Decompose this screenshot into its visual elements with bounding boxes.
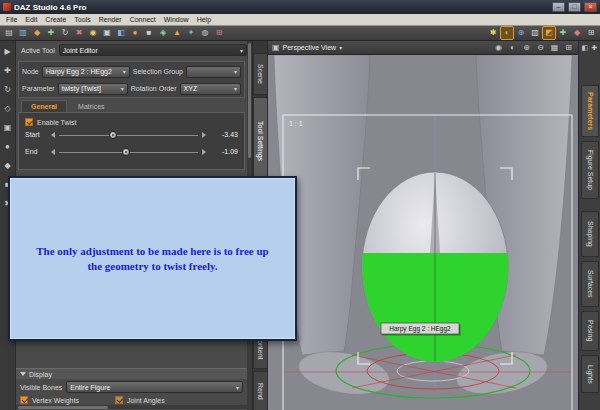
menu-item-tools[interactable]: Tools bbox=[70, 14, 94, 26]
toolbar-icon[interactable]: ▥ bbox=[17, 27, 29, 39]
menu-item-render[interactable]: Render bbox=[95, 14, 126, 26]
instruction-callout: The only adjustment to be made here is t… bbox=[8, 176, 297, 341]
toolbar-icon[interactable]: ✱ bbox=[487, 27, 499, 39]
selection-group-select[interactable]: ▾ bbox=[186, 66, 241, 78]
toolbar-icon[interactable]: ◍ bbox=[199, 27, 211, 39]
dock-add-icon[interactable]: ✚ bbox=[591, 44, 597, 52]
toolbar-icon[interactable]: ⊞ bbox=[585, 27, 597, 39]
strip-tool-icon[interactable]: ↻ bbox=[2, 84, 13, 95]
dock-options-icon[interactable]: ◧ bbox=[582, 44, 589, 52]
menu-item-connect[interactable]: Connect bbox=[126, 14, 160, 26]
enable-twist-checkbox[interactable] bbox=[25, 118, 33, 126]
toolbar-icon[interactable]: ■ bbox=[143, 27, 155, 39]
joint-angles-label: Joint Angles bbox=[127, 397, 165, 404]
visible-bones-row: Visible Bones Entire Figure ▾ bbox=[16, 381, 247, 393]
slider-decrement-icon[interactable] bbox=[51, 149, 55, 155]
slider-increment-icon[interactable] bbox=[202, 132, 206, 138]
toolbar-icon[interactable]: ▧ bbox=[529, 27, 541, 39]
tab-lights[interactable]: Lights bbox=[581, 355, 599, 393]
minimize-button[interactable]: – bbox=[552, 2, 565, 12]
start-slider-value: -3.43 bbox=[210, 131, 238, 138]
slider-decrement-icon[interactable] bbox=[51, 132, 55, 138]
toolbar-icon[interactable]: ↻ bbox=[59, 27, 71, 39]
toolbar-icon[interactable]: ▤ bbox=[3, 27, 15, 39]
visible-bones-select[interactable]: Entire Figure ▾ bbox=[66, 381, 243, 393]
chevron-down-icon[interactable]: ▾ bbox=[339, 44, 342, 51]
scrollbar-thumb[interactable] bbox=[18, 406, 108, 409]
view-selector[interactable]: Perspective View bbox=[283, 44, 337, 51]
parameter-label: Parameter bbox=[22, 85, 55, 92]
toolbar-icon[interactable]: ✦ bbox=[185, 27, 197, 39]
strip-tool-icon[interactable]: ✚ bbox=[2, 65, 13, 76]
viewport-zoom-out-icon[interactable]: ⊖ bbox=[535, 43, 546, 52]
strip-tool-icon[interactable]: ● bbox=[2, 141, 13, 152]
toolbar-icon[interactable]: ✖ bbox=[73, 27, 85, 39]
toolbar-icon[interactable]: ◧ bbox=[115, 27, 127, 39]
maximize-button[interactable]: □ bbox=[568, 2, 581, 12]
strip-tool-icon[interactable]: ▣ bbox=[2, 122, 13, 133]
tab-figure-setup[interactable]: Figure Setup bbox=[581, 141, 599, 199]
end-slider-knob[interactable] bbox=[122, 148, 130, 156]
scrollbar-thumb[interactable] bbox=[248, 43, 251, 158]
strip-tool-icon[interactable]: ◆ bbox=[2, 160, 13, 171]
titlebar: DAZ Studio 4.6 Pro – □ × bbox=[0, 0, 600, 14]
tab-general[interactable]: General bbox=[21, 100, 67, 112]
toolbar-icon[interactable]: ◆ bbox=[571, 27, 583, 39]
menu-item-file[interactable]: File bbox=[2, 14, 21, 26]
tab-scene[interactable]: Scene bbox=[253, 53, 268, 95]
tab-shaping[interactable]: Shaping bbox=[581, 211, 599, 257]
toolbar-icon[interactable]: ▣ bbox=[101, 27, 113, 39]
toolbar-icon[interactable]: ✚ bbox=[557, 27, 569, 39]
menu-item-window[interactable]: Window bbox=[160, 14, 193, 26]
strip-tool-icon[interactable]: ▶ bbox=[2, 46, 13, 57]
aspect-ratio-label: 1 : 1 bbox=[289, 120, 303, 127]
viewport-grid-icon[interactable]: ▦ bbox=[549, 43, 560, 52]
node-select[interactable]: Harpy Egg 2 : HEgg2 ▾ bbox=[42, 66, 130, 78]
rotation-order-select[interactable]: XYZ ▾ bbox=[180, 83, 241, 95]
start-slider[interactable] bbox=[59, 130, 198, 140]
menu-item-create[interactable]: Create bbox=[41, 14, 70, 26]
start-slider-knob[interactable] bbox=[109, 131, 117, 139]
toolbar-icon[interactable]: ◆ bbox=[31, 27, 43, 39]
viewport-canvas[interactable]: 1 : 1 Harpy Egg 2 : HEgg2 bbox=[268, 55, 578, 410]
viewport-orbit-icon[interactable]: ◉ bbox=[493, 43, 504, 52]
toolbar-icon-active-mode[interactable]: ◩ bbox=[543, 27, 555, 39]
tab-tool-settings[interactable]: Tool Settings bbox=[253, 97, 268, 185]
menu-item-edit[interactable]: Edit bbox=[21, 14, 41, 26]
chevron-down-icon: ▾ bbox=[232, 68, 237, 75]
parameter-value: twisty [Twist] bbox=[62, 85, 101, 92]
toolbar-icon[interactable]: ▲ bbox=[171, 27, 183, 39]
visible-bones-value: Entire Figure bbox=[70, 384, 110, 391]
chevron-down-icon: ▾ bbox=[119, 85, 124, 92]
slider-increment-icon[interactable] bbox=[202, 149, 206, 155]
toolbar-icon[interactable]: ⊕ bbox=[515, 27, 527, 39]
strip-tool-icon[interactable]: ◇ bbox=[2, 103, 13, 114]
tab-parameters[interactable]: Parameters bbox=[581, 85, 599, 137]
close-button[interactable]: × bbox=[584, 2, 597, 12]
tab-surfaces[interactable]: Surfaces bbox=[581, 261, 599, 307]
toolbar-icon-active-tool[interactable]: ◐ bbox=[501, 27, 513, 39]
joint-angles-checkbox[interactable] bbox=[115, 396, 123, 404]
viewport-shade-icon[interactable]: ◐ bbox=[507, 43, 518, 52]
tab-matrices[interactable]: Matrices bbox=[69, 101, 113, 112]
toolbar-icon[interactable]: ◈ bbox=[157, 27, 169, 39]
tab-posing[interactable]: Posing bbox=[581, 311, 599, 351]
menu-item-help[interactable]: Help bbox=[193, 14, 215, 26]
viewport-zoom-in-icon[interactable]: ⊕ bbox=[521, 43, 532, 52]
rotation-order-value: XYZ bbox=[184, 85, 198, 92]
toolbar-icon[interactable]: ● bbox=[129, 27, 141, 39]
tab-render-settings[interactable]: Rend bbox=[253, 371, 268, 410]
horizontal-scrollbar[interactable] bbox=[16, 405, 247, 409]
display-section-header[interactable]: Display bbox=[16, 368, 247, 379]
toolbar-icon[interactable]: ⊞ bbox=[213, 27, 225, 39]
toolbar-icon[interactable]: ✚ bbox=[45, 27, 57, 39]
vertex-weights-checkbox[interactable] bbox=[20, 396, 28, 404]
visible-bones-label: Visible Bones bbox=[20, 384, 62, 391]
right-dock-tabstrip: ◧ ✚ Parameters Figure Setup Shaping Surf… bbox=[578, 41, 600, 410]
parameter-select[interactable]: twisty [Twist] ▾ bbox=[58, 83, 128, 95]
active-tool-select[interactable]: Joint Editor ▾ bbox=[59, 44, 247, 56]
viewport-layout-icon[interactable]: ⊞ bbox=[563, 43, 574, 52]
end-slider[interactable] bbox=[59, 147, 198, 157]
toolbar-icon[interactable]: ◉ bbox=[87, 27, 99, 39]
enable-twist-row: Enable Twist bbox=[19, 113, 244, 126]
